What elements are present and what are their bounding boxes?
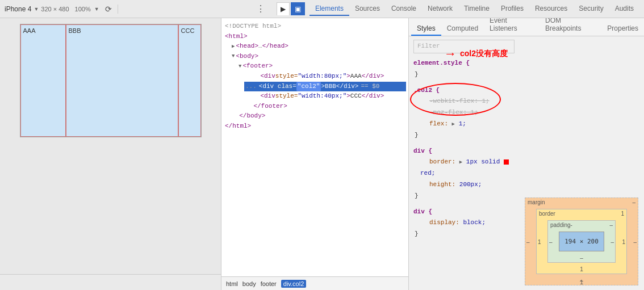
device-dropdown-arrow[interactable]: ▼ <box>34 6 39 12</box>
filter-placeholder: Filter <box>417 41 440 52</box>
css-selector: element.style { <box>413 60 470 66</box>
tab-profiles[interactable]: Profiles <box>495 2 529 16</box>
box-margin-right: – <box>633 238 637 245</box>
html-line-div-bbb[interactable]: ... <div clas="col2">BBB</div> == $0 <box>244 82 406 92</box>
box-padding-bottom: – <box>580 255 583 261</box>
tab-network[interactable]: Network <box>422 2 458 16</box>
col1: AAA <box>20 24 66 137</box>
box-border-bottom: 1 <box>580 266 583 272</box>
tab-dom-breakpoints[interactable]: DOM Breakpoints <box>540 18 601 36</box>
tab-event-listeners[interactable]: Event Listeners <box>484 18 540 36</box>
styles-left: Filter element.style { } .col2 { -webkit… <box>409 36 519 290</box>
box-border-right: 1 <box>622 238 625 245</box>
tab-console[interactable]: Console <box>386 2 422 16</box>
col1-label: AAA <box>23 27 36 34</box>
box-outer-bottom: 1 <box>580 279 583 285</box>
preview-bottom-bar <box>0 274 221 290</box>
css-block-col2: .col2 { -webkit-flex: 1; -moz-flex: 1; f… <box>413 85 515 141</box>
device-preview-panel: AAA BBB CCC <box>0 18 221 290</box>
breadcrumb-footer[interactable]: footer <box>261 280 277 287</box>
box-border-left: 1 <box>538 238 541 245</box>
css-prop-border: border: ▶ 1px solid red; <box>420 157 515 179</box>
col3: CCC <box>178 24 201 137</box>
rotate-icon[interactable]: ⟳ <box>105 5 112 14</box>
box-model-diagram: margin – – – – border 1 1 1 1 <box>525 197 638 285</box>
tab-sources[interactable]: Sources <box>349 2 386 16</box>
styles-panel-wrapper: Styles Computed Event Listeners DOM Brea… <box>409 18 644 290</box>
styles-tabs: Styles Computed Event Listeners DOM Brea… <box>409 18 644 36</box>
breadcrumb-html[interactable]: html <box>226 280 238 287</box>
css-prop-flex: flex: ▶ 1; <box>420 119 515 130</box>
html-line-div-aaa[interactable]: <div style="width:80px;">AAA</div> <box>244 72 406 82</box>
expand-icon: ▶ <box>232 43 235 51</box>
css-prop-webkit-flex: -webkit-flex: 1; <box>420 96 515 107</box>
html-line-body-close: </body> <box>231 111 406 121</box>
box-content: 194 × 200 <box>559 232 604 251</box>
box-content-size: 194 × 200 <box>564 238 599 245</box>
tab-styles[interactable]: Styles <box>411 22 441 36</box>
top-bar: iPhone 4 ▼ 320 × 480 100% ▼ ⟳ ⋮ ▶ ▣ Elem… <box>0 0 644 18</box>
css-selector-div1: div { <box>413 148 432 154</box>
box-padding-left: – <box>549 238 553 245</box>
styles-content: Filter element.style { } .col2 { -webkit… <box>409 36 644 290</box>
breadcrumb-body[interactable]: body <box>242 280 256 287</box>
css-selector-div2: div { <box>413 208 432 215</box>
css-block-div-display: div { display: block; } <box>413 207 515 240</box>
html-line-body[interactable]: ▼ <body> <box>231 52 406 62</box>
html-line-html: <html> <box>224 32 406 42</box>
more-options-button[interactable]: ⋮ <box>256 3 265 14</box>
device-selector[interactable]: iPhone 4 ▼ 320 × 480 100% ▼ ⟳ <box>5 5 118 14</box>
filter-bar[interactable]: Filter <box>413 40 515 53</box>
html-line-doctype: <!DOCTYPE html> <box>224 22 406 32</box>
breadcrumb: html body footer div.col2 <box>221 276 408 290</box>
breadcrumb-divcol2[interactable]: div.col2 <box>281 280 306 288</box>
zoom-level: 100% <box>75 6 91 12</box>
expand-icon: ▼ <box>239 62 241 70</box>
html-line-div-ccc[interactable]: <div style="width:40px;">CCC</div> <box>244 91 406 102</box>
css-prop-moz-flex: -moz-flex: 1; <box>420 107 515 119</box>
tab-timeline[interactable]: Timeline <box>458 2 495 16</box>
box-padding-right: – <box>610 238 614 245</box>
box-margin-left: – <box>526 238 530 245</box>
main-content: AAA BBB CCC <!DOCTYPE html> <html> ▶ <box>0 18 644 290</box>
html-content: <!DOCTYPE html> <html> ▶ <head>…</head> … <box>221 18 408 276</box>
device-name: iPhone 4 <box>5 5 31 13</box>
box-padding-top: – <box>609 222 613 228</box>
tab-security[interactable]: Security <box>573 2 609 16</box>
tab-audits[interactable]: Audits <box>609 2 639 16</box>
tab-elements[interactable]: Elements <box>310 2 349 16</box>
html-line-footer-close: </footer> <box>237 102 406 112</box>
tab-resources[interactable]: Resources <box>529 2 573 16</box>
box-border-label: border <box>539 211 555 217</box>
html-line-footer[interactable]: ▼ <footer> <box>237 61 406 72</box>
tab-cursor-icon[interactable]: ▶ <box>277 2 290 15</box>
color-swatch-red <box>504 159 509 165</box>
tab-computed[interactable]: Computed <box>441 22 484 36</box>
css-block-element-style: element.style { } <box>413 58 515 81</box>
resolution: 320 × 480 <box>41 6 69 12</box>
box-padding-label: padding- <box>550 222 572 228</box>
zoom-dropdown-arrow[interactable]: ▼ <box>94 6 99 12</box>
tab-mobile-icon[interactable]: ▣ <box>291 2 305 15</box>
col3-label: CCC <box>181 27 195 34</box>
box-model: margin – – – – border 1 1 1 1 <box>519 36 644 290</box>
css-block-div-border: div { border: ▶ 1px solid red; height: 2… <box>413 146 515 202</box>
col2: BBB <box>66 24 178 137</box>
box-margin-dash-top: – <box>632 199 635 205</box>
tab-properties[interactable]: Properties <box>601 22 644 36</box>
css-selector-col2: .col2 { <box>413 87 440 94</box>
preview-area: AAA BBB CCC <box>0 18 221 274</box>
html-line-head[interactable]: ▶ <head>…</head> <box>231 41 406 52</box>
box-border-top: 1 <box>621 211 624 217</box>
html-line-html-close: </html> <box>224 121 406 132</box>
expand-icon: ▼ <box>232 52 235 60</box>
css-prop-display: display: block; <box>420 217 515 229</box>
box-margin-label: margin <box>528 199 545 205</box>
device-frame: AAA BBB CCC <box>20 24 202 137</box>
col2-label: BBB <box>69 27 81 34</box>
css-prop-height: height: 200px; <box>420 179 515 191</box>
html-tree-panel: <!DOCTYPE html> <html> ▶ <head>…</head> … <box>221 18 409 290</box>
